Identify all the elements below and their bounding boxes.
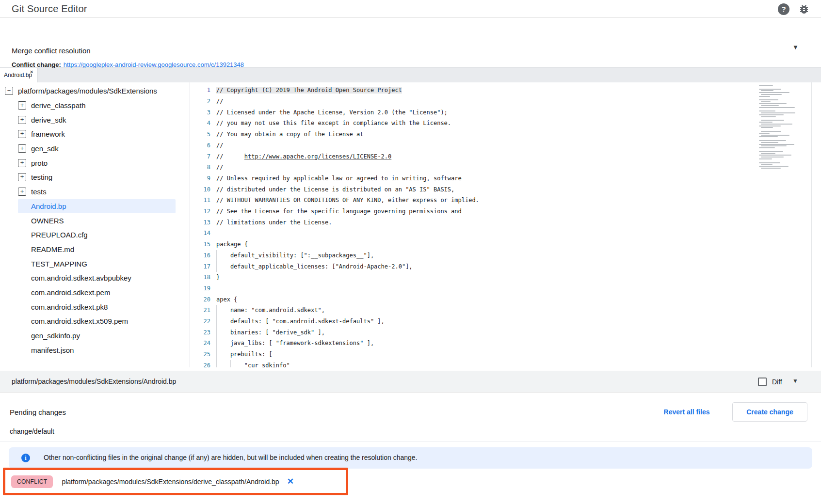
code-editor[interactable]: 1// Copyright (C) 2019 The Android Open … (191, 82, 821, 367)
collapse-panel-caret-icon[interactable]: ▼ (792, 44, 799, 51)
code-line-24[interactable]: 24 java_libs: [ "framework-sdkextensions… (191, 338, 821, 349)
code-line-7[interactable]: 7// http://www.apache.org/licenses/LICEN… (191, 151, 821, 162)
tab-label: Android.bp (4, 72, 32, 79)
code-line-23[interactable]: 23 binaries: [ "derive_sdk" ], (191, 327, 821, 338)
remove-conflict-file-icon[interactable]: ✕ (287, 477, 294, 486)
tree-file-TEST_MAPPING[interactable]: TEST_MAPPING (18, 256, 176, 271)
bug-report-icon[interactable] (798, 3, 810, 15)
diff-checkbox[interactable] (758, 378, 767, 386)
line-number: 2 (191, 96, 210, 107)
tree-file-gen_sdkinfo.py[interactable]: gen_sdkinfo.py (18, 329, 176, 343)
tree-file-PREUPLOAD.cfg[interactable]: PREUPLOAD.cfg (18, 228, 176, 242)
expand-icon[interactable]: + (18, 116, 26, 124)
tree-file-com.android.sdkext.avbpubkey[interactable]: com.android.sdkext.avbpubkey (18, 271, 176, 285)
tree-folder-tests[interactable]: +tests (0, 185, 190, 199)
code-line-16[interactable]: 16 default_visibility: [":__subpackages_… (191, 250, 821, 261)
code-line-11[interactable]: 11// WITHOUT WARRANTIES OR CONDITIONS OF… (191, 195, 821, 206)
tree-file-com.android.sdkext.pk8[interactable]: com.android.sdkext.pk8 (18, 299, 176, 314)
tree-file-label: com.android.sdkext.x509.pem (31, 317, 128, 325)
code-line-9[interactable]: 9// Unless required by applicable law or… (191, 173, 821, 184)
help-icon[interactable]: ? (778, 3, 789, 15)
expand-icon[interactable]: + (18, 159, 26, 167)
code-line-14[interactable]: 14 (191, 228, 821, 239)
tree-folder-framework[interactable]: +framework (0, 127, 190, 142)
code-line-20[interactable]: 20apex { (191, 294, 821, 305)
code-text: // Unless required by applicable law or … (216, 173, 462, 184)
tree-folder-proto[interactable]: +proto (0, 156, 190, 170)
tree-file-README.md[interactable]: README.md (18, 242, 176, 257)
expand-icon[interactable]: + (18, 130, 26, 138)
collapse-icon[interactable]: − (5, 87, 13, 95)
code-text: binaries: [ "derive_sdk" ], (216, 327, 325, 338)
conflict-file-path[interactable]: platform/packages/modules/SdkExtensions/… (62, 478, 279, 486)
tree-file-Android.bp[interactable]: Android.bp (18, 199, 176, 214)
code-line-10[interactable]: 10// distributed under the License is di… (191, 184, 821, 195)
code-line-2[interactable]: 2// (191, 96, 821, 107)
expand-icon[interactable]: + (18, 101, 26, 110)
code-line-22[interactable]: 22 defaults: [ "com.android.sdkext-defau… (191, 316, 821, 327)
code-line-19[interactable]: 19 (191, 283, 821, 294)
tree-root-item[interactable]: −platform/packages/modules/SdkExtensions (0, 84, 190, 98)
line-number: 1 (191, 85, 210, 96)
tree-file-com.android.sdkext.x509.pem[interactable]: com.android.sdkext.x509.pem (18, 314, 176, 329)
code-line-26[interactable]: 26 "cur_sdkinfo" (191, 360, 821, 367)
code-text: // (216, 96, 223, 107)
tree-folder-label: gen_sdk (31, 144, 59, 153)
code-line-8[interactable]: 8// (191, 162, 821, 173)
tree-root-label: platform/packages/modules/SdkExtensions (18, 87, 157, 95)
code-line-1[interactable]: 1// Copyright (C) 2019 The Android Open … (191, 85, 821, 96)
app-header: Git Source Editor ? (0, 0, 821, 18)
code-line-18[interactable]: 18} (191, 272, 821, 283)
tree-file-manifest.json[interactable]: manifest.json (18, 343, 176, 357)
tree-file-OWNERS[interactable]: OWNERS (18, 213, 176, 228)
code-line-12[interactable]: 12// See the License for the specific la… (191, 206, 821, 217)
conflict-change-row: Conflict change:https://googleplex-andro… (12, 61, 244, 68)
info-banner: i Other non-conflicting files in the ori… (9, 447, 812, 469)
tree-folder-gen_sdk[interactable]: +gen_sdk (0, 142, 190, 156)
code-line-17[interactable]: 17 default_applicable_licenses: ["Androi… (191, 261, 821, 272)
expand-icon[interactable]: + (18, 173, 26, 181)
expand-icon[interactable]: + (18, 188, 26, 196)
conflict-file-row-highlighted[interactable]: CONFLICT platform/packages/modules/SdkEx… (3, 468, 348, 495)
tree-file-label: PREUPLOAD.cfg (31, 231, 88, 239)
code-line-5[interactable]: 5// You may obtain a copy of the License… (191, 129, 821, 140)
tree-file-label: OWNERS (31, 217, 64, 225)
create-change-button[interactable]: Create change (732, 402, 807, 422)
line-number: 19 (191, 283, 210, 294)
tree-folder-testing[interactable]: +testing (0, 170, 190, 185)
code-text: } (216, 272, 220, 283)
branch-name: change/default (10, 427, 54, 435)
tree-folder-derive_sdk[interactable]: +derive_sdk (0, 112, 190, 127)
tree-folder-derive_classpath[interactable]: +derive_classpath (0, 98, 190, 113)
revert-all-files-button[interactable]: Revert all files (660, 402, 714, 422)
code-line-6[interactable]: 6// (191, 140, 821, 151)
code-text: // WITHOUT WARRANTIES OR CONDITIONS OF A… (216, 195, 479, 206)
tree-file-label: gen_sdkinfo.py (31, 331, 80, 340)
tab-android-bp[interactable]: Android.bp ✕ (0, 68, 38, 82)
info-banner-text: Other non-conflicting files in the origi… (44, 454, 417, 461)
code-line-25[interactable]: 25 prebuilts: [ (191, 349, 821, 360)
code-line-15[interactable]: 15package { (191, 239, 821, 250)
code-text: // See the License for the specific lang… (216, 206, 462, 217)
line-number: 7 (191, 151, 210, 162)
conflict-change-link[interactable]: https://googleplex-android-review.google… (64, 61, 244, 68)
line-number: 16 (191, 250, 210, 261)
code-line-13[interactable]: 13// limitations under the License. (191, 217, 821, 228)
tree-file-com.android.sdkext.pem[interactable]: com.android.sdkext.pem (18, 285, 176, 300)
page-title: Git Source Editor (12, 3, 87, 15)
code-line-3[interactable]: 3// Licensed under the Apache License, V… (191, 107, 821, 118)
tab-close-icon[interactable]: ✕ (30, 69, 33, 75)
expand-icon[interactable]: + (18, 144, 26, 153)
line-number: 10 (191, 184, 210, 195)
line-number: 25 (191, 349, 210, 360)
code-text: prebuilts: [ (216, 349, 273, 360)
diff-caret-icon[interactable]: ▼ (792, 378, 798, 384)
line-number: 22 (191, 316, 210, 327)
code-text: "cur_sdkinfo" (216, 360, 290, 367)
code-text: // limitations under the License. (216, 217, 332, 228)
file-tree: −platform/packages/modules/SdkExtensions… (0, 82, 190, 367)
info-icon: i (21, 454, 30, 462)
code-line-21[interactable]: 21 name: "com.android.sdkext", (191, 305, 821, 316)
code-text: default_applicable_licenses: ["Android-A… (216, 261, 413, 272)
code-line-4[interactable]: 4// you may not use this file except in … (191, 118, 821, 129)
